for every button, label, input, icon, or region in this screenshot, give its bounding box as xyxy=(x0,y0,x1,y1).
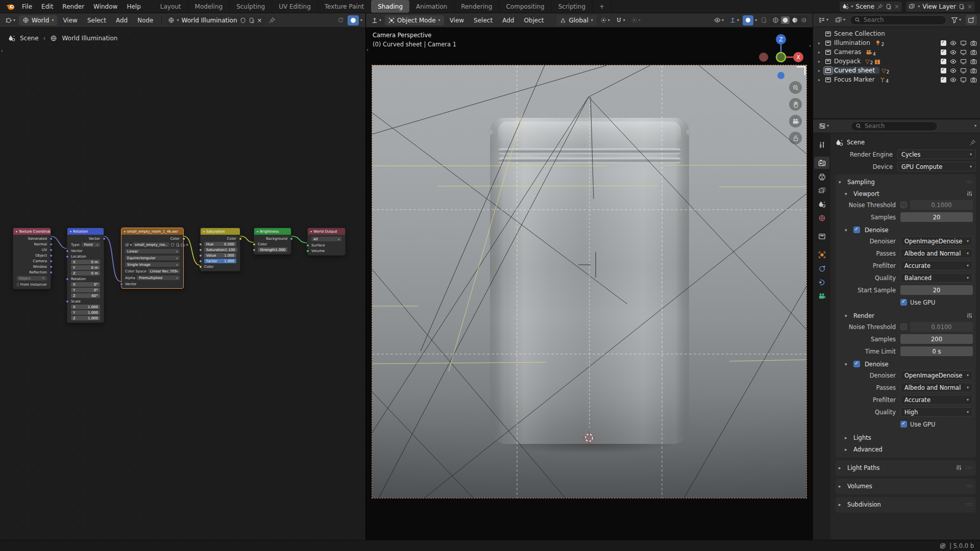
samples-field[interactable]: 20 xyxy=(900,212,973,222)
rotation-z-field[interactable]: Z60° xyxy=(71,293,100,298)
output-socket[interactable] xyxy=(290,237,293,240)
tab-scene[interactable] xyxy=(814,198,829,210)
tab-animation[interactable]: Animation xyxy=(409,0,454,13)
type-dropdown[interactable]: Point▾ xyxy=(82,242,100,247)
input-socket[interactable] xyxy=(253,243,256,246)
pin-icon[interactable] xyxy=(877,4,883,10)
noise-threshold-value[interactable]: 0.0100 xyxy=(910,322,973,332)
strength-field[interactable]: Strength1.000 xyxy=(258,247,287,252)
output-socket[interactable] xyxy=(103,237,106,240)
denoise-checkbox[interactable] xyxy=(853,227,860,233)
input-socket[interactable] xyxy=(253,248,256,252)
outliner-filter-button[interactable]: ▾ xyxy=(949,15,963,25)
rotation-x-field[interactable]: X0° xyxy=(71,282,100,287)
menu-file[interactable]: File xyxy=(17,0,37,13)
scale-x-field[interactable]: X1.000 xyxy=(71,305,100,309)
value-field[interactable]: Value1.000 xyxy=(204,253,236,258)
tab-texture-paint[interactable]: Texture Paint xyxy=(318,0,371,13)
menu-edit[interactable]: Edit xyxy=(37,0,58,13)
scale-z-field[interactable]: Z1.000 xyxy=(71,316,100,320)
source-dropdown[interactable]: Single Image▾ xyxy=(125,262,180,267)
mode-dropdown[interactable]: Object Mode ▾ xyxy=(385,15,444,26)
node-saturation[interactable]: ▾Saturation Color Hue0.500 Saturation1.1… xyxy=(200,228,240,271)
quality-dropdown[interactable]: High▾ xyxy=(900,407,973,417)
noise-threshold-checkbox[interactable] xyxy=(900,323,907,330)
denoiser-dropdown[interactable]: OpenImageDenoise▾ xyxy=(900,236,973,246)
open-folder-icon[interactable] xyxy=(181,243,185,247)
exclude-checkbox[interactable] xyxy=(941,49,946,55)
location-x-field[interactable]: X0 m xyxy=(71,260,100,264)
exclude-checkbox[interactable] xyxy=(941,59,946,64)
denoise-checkbox[interactable] xyxy=(853,361,860,367)
hide-eye-icon[interactable] xyxy=(950,40,957,46)
volumes-header[interactable]: ▸Volumes ∷∷ xyxy=(839,480,973,492)
collapse-icon[interactable]: ▾ xyxy=(203,230,205,233)
filter-sliders-icon[interactable] xyxy=(966,312,973,319)
render-subpanel-header[interactable]: ▾Render xyxy=(839,310,973,321)
editor-type-button[interactable]: ▾ xyxy=(3,15,17,26)
hue-field[interactable]: Hue0.500 xyxy=(204,242,236,246)
pan-button[interactable] xyxy=(789,98,802,111)
image-name-field[interactable]: small_empty_roo.. xyxy=(133,242,169,247)
snap-toggle[interactable]: ▾ xyxy=(614,15,627,26)
use-gpu-checkbox[interactable] xyxy=(900,421,907,428)
unlink-image-icon[interactable]: × xyxy=(186,243,189,247)
outliner-row-scene-collection[interactable]: Scene Collection xyxy=(813,29,980,38)
node-environment-texture[interactable]: ▾small_empty_room_1_4k.exr Color ▾ small… xyxy=(121,228,184,289)
tab-object[interactable] xyxy=(814,248,829,261)
properties-editor-type[interactable]: ▾ xyxy=(817,121,831,131)
filter-sliders-icon[interactable] xyxy=(966,190,973,197)
tab-collection[interactable] xyxy=(814,230,829,242)
editor-type-button[interactable]: ▾ xyxy=(369,15,383,26)
grip-dots-icon[interactable]: ∷∷ xyxy=(966,484,973,489)
tab-layout[interactable]: Layout xyxy=(154,0,188,13)
tab-view-layer[interactable] xyxy=(814,184,829,196)
shader-menu-add[interactable]: Add xyxy=(112,13,132,28)
lights-subpanel-header[interactable]: ▸Lights xyxy=(839,432,973,443)
viewport-denoise-header[interactable]: ▾Denoise xyxy=(839,224,973,236)
grip-dots-icon[interactable]: ∷∷ xyxy=(966,180,973,185)
outliner-search-input[interactable] xyxy=(864,16,942,23)
collapse-icon[interactable]: ▾ xyxy=(70,230,71,233)
add-workspace-button[interactable]: + xyxy=(593,0,611,13)
location-y-field[interactable]: Y0 m xyxy=(71,265,100,270)
projection-dropdown[interactable]: Equirectangular▾ xyxy=(125,256,180,260)
disable-viewport-icon[interactable] xyxy=(960,77,967,83)
outliner-row-cameras[interactable]: ▸ Cameras 4 xyxy=(813,47,980,57)
output-socket[interactable] xyxy=(239,237,242,240)
sampling-panel-header[interactable]: ▾Sampling ∷∷ xyxy=(839,176,973,188)
tab-rendering[interactable]: Rendering xyxy=(454,0,499,13)
disable-render-icon[interactable] xyxy=(970,77,977,83)
new-scene-icon[interactable] xyxy=(886,4,892,10)
hide-eye-icon[interactable] xyxy=(950,77,957,83)
tab-object-data[interactable] xyxy=(814,290,829,302)
tab-render[interactable] xyxy=(814,157,829,169)
new-collection-button[interactable] xyxy=(966,15,977,25)
use-gpu-checkbox[interactable] xyxy=(900,299,907,306)
menu-render[interactable]: Render xyxy=(58,0,89,13)
color-space-dropdown[interactable]: Linear Rec.709▾ xyxy=(148,269,180,273)
shader-menu-node[interactable]: Node xyxy=(133,13,157,28)
view-layer-selector[interactable]: ▾ View Layer × xyxy=(906,2,975,12)
time-limit-field[interactable]: 0 s xyxy=(900,346,973,356)
input-socket[interactable] xyxy=(199,254,202,257)
location-z-field[interactable]: Z0 m xyxy=(71,271,100,276)
input-socket[interactable] xyxy=(66,249,69,253)
disable-render-icon[interactable] xyxy=(970,40,977,46)
panel-toggle-icon[interactable]: › xyxy=(366,47,369,53)
shader-node-canvas[interactable]: › Scene › World Illumination ▾Texture Co… xyxy=(0,28,365,540)
node-rotation-mapping[interactable]: ▾Rotation Vector Type:Point▾ Vector Loca… xyxy=(67,228,104,323)
interpolation-dropdown[interactable]: Linear▾ xyxy=(125,249,180,254)
tab-shading[interactable]: Shading xyxy=(371,0,409,13)
pivot-point-dropdown[interactable]: ▾ xyxy=(598,15,612,26)
tab-uv-editing[interactable]: UV Editing xyxy=(272,0,318,13)
tab-world[interactable] xyxy=(814,212,829,224)
object-visibility-dropdown[interactable]: ▾ xyxy=(712,15,726,26)
advanced-subpanel-header[interactable]: ▸Advanced xyxy=(839,443,973,455)
saturation-field[interactable]: Saturation1.100 xyxy=(204,247,237,252)
subdivision-header[interactable]: ▸Subdivision ∷∷ xyxy=(839,498,973,510)
scale-y-field[interactable]: Y1.000 xyxy=(71,310,100,315)
menu-help[interactable]: Help xyxy=(122,0,145,13)
outliner-search[interactable] xyxy=(850,15,946,25)
overlays-toggle[interactable] xyxy=(743,15,753,26)
